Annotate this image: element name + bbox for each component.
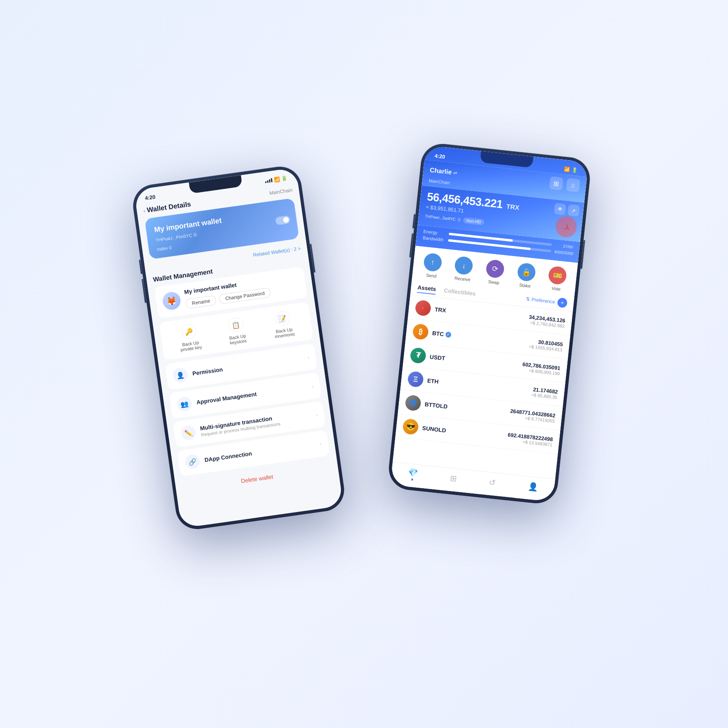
asset-list: 🔺 TRX 34,234,453.126 ≈$ 2,760,842.982 ₿ … — [393, 295, 573, 479]
non-hd-badge: Non-HD — [463, 217, 485, 225]
receive-button[interactable]: ↓ Receive — [453, 256, 474, 282]
nav-profile[interactable]: 👤 — [527, 481, 538, 492]
power-btn[interactable] — [310, 243, 315, 273]
vote-icon: 🎫 — [548, 266, 567, 285]
switch-icon[interactable]: ⇌ — [453, 170, 457, 176]
backup-mnemonic[interactable]: 📝 Back Up mnemonic — [271, 310, 295, 339]
add-asset-button[interactable]: + — [557, 297, 567, 308]
energy-value: 37/60 — [555, 243, 574, 249]
nav-assets-dot — [411, 478, 413, 480]
wallet-avatar: 🦊 — [161, 291, 182, 311]
chevron-right-icon-2: › — [311, 383, 314, 389]
trx-icon: 🔺 — [415, 300, 432, 317]
send-icon: ↑ — [423, 252, 442, 272]
scan-icon[interactable]: ⊞ — [549, 176, 563, 190]
header-title: Wallet Details — [146, 200, 192, 214]
trx-logo: 🔺 — [554, 215, 578, 238]
status-time: 4:20 — [144, 194, 156, 201]
nav-history[interactable]: ↺ — [489, 477, 496, 488]
usdt-icon: ₮ — [410, 347, 427, 364]
volume-down-btn[interactable] — [142, 279, 146, 303]
volume-down-btn-2[interactable] — [409, 233, 413, 258]
keystore-icon: 📋 — [228, 317, 244, 333]
swap-button[interactable]: ⟳ Swap — [485, 259, 505, 286]
send-label: Send — [426, 273, 437, 279]
stake-label: Stake — [519, 282, 531, 288]
sunold-icon: 😎 — [402, 418, 419, 435]
header-action-icons: ⊞ ⌂ — [549, 176, 580, 193]
balance-ticker: TRX — [506, 203, 520, 212]
visibility-icon[interactable]: 👁 — [554, 203, 566, 215]
back-button[interactable]: ‹ Wallet Details — [143, 200, 191, 215]
eth-name: ETH — [427, 377, 532, 395]
preference-label: Preference — [531, 297, 555, 305]
power-btn-2[interactable] — [580, 240, 585, 269]
rename-button[interactable]: Rename — [185, 295, 217, 309]
vote-button[interactable]: 🎫 Vote — [547, 266, 567, 292]
backup-private-key[interactable]: 🔑 Back Up private key — [177, 323, 202, 352]
nav-history-icon: ↺ — [489, 477, 496, 488]
swap-icon: ⟳ — [485, 259, 505, 279]
swap-label: Swap — [488, 279, 499, 285]
change-password-button[interactable]: Change Password — [219, 288, 271, 305]
bttold-icon: 🌀 — [405, 394, 422, 411]
permission-label: Permission — [192, 355, 303, 377]
receive-label: Receive — [454, 275, 471, 282]
btc-name: BTC ✓ — [432, 330, 530, 346]
volume-up-btn[interactable] — [139, 260, 142, 274]
phone-left: 4:20 MainChain 📶 🔋 ‹ — [130, 164, 347, 532]
status-time-2: 4:20 — [434, 152, 445, 160]
dapp-icon: 🔗 — [184, 453, 201, 470]
bttold-name: BTTOLD — [424, 401, 510, 416]
chevron-right-icon-4: › — [320, 440, 322, 447]
bandwidth-label: Bandwidth — [423, 235, 445, 243]
usdt-name: USDT — [430, 353, 523, 370]
copy-addr-icon[interactable]: ⎘ — [458, 217, 461, 222]
user-name-row: Charlie ⇌ — [430, 167, 458, 177]
back-chevron: ‹ — [143, 207, 146, 214]
chevron-right-icon: › — [307, 354, 310, 360]
trx-name: TRX — [434, 306, 529, 322]
dapp-label: DApp Connection — [204, 441, 315, 463]
tab-collectibles[interactable]: Collectibles — [444, 286, 476, 298]
nav-assets[interactable]: 💎 — [407, 467, 418, 481]
vote-label: Vote — [552, 286, 561, 292]
stake-icon: 🔒 — [516, 262, 536, 282]
receive-icon: ↓ — [454, 256, 474, 275]
external-link-icon[interactable]: ↗ — [567, 204, 580, 217]
eth-icon: Ξ — [407, 371, 424, 388]
sort-icon: ⇅ — [525, 296, 530, 302]
nav-collect-icon: ⊞ — [449, 473, 457, 484]
bandwidth-value: 4000/5000 — [554, 249, 573, 256]
nav-collect[interactable]: ⊞ — [449, 473, 457, 484]
header-chain: MainChain — [269, 187, 293, 196]
energy-label: Energy — [423, 229, 446, 236]
volume-up-btn-2[interactable] — [413, 214, 416, 229]
nav-assets-icon: 💎 — [407, 467, 418, 478]
user-name: Charlie — [430, 167, 452, 176]
preference-button[interactable]: ⇅ Preference — [525, 296, 555, 305]
key-icon: 🔑 — [181, 323, 197, 340]
tab-assets[interactable]: Assets — [417, 282, 436, 295]
sunold-name: SUNOLD — [422, 425, 508, 440]
copy-icon[interactable]: ⎘ — [193, 232, 197, 238]
approval-label: Approval Management — [196, 384, 307, 406]
stake-button[interactable]: 🔒 Stake — [516, 262, 536, 289]
send-button[interactable]: ↑ Send — [422, 252, 442, 279]
chevron-right-icon-3: › — [315, 412, 318, 418]
status-icons: 📶 🔋 — [265, 175, 288, 184]
backup-keystore[interactable]: 📋 Back Up keystore — [226, 317, 247, 345]
balance-address: THPwer...5wtfYC — [425, 214, 456, 222]
qr-icon[interactable]: ⌂ — [566, 178, 580, 192]
btc-icon: ₿ — [412, 323, 429, 340]
status-icons-2: 📶 🔋 — [564, 166, 578, 173]
mnemonic-icon: 📝 — [274, 310, 291, 327]
phone-right: 4:20 📶 🔋 Charlie ⇌ ⊞ ⌂ — [387, 142, 592, 505]
btc-verify-icon: ✓ — [445, 332, 451, 338]
permission-icon: 👤 — [172, 367, 189, 383]
multisig-icon: ✏️ — [180, 425, 197, 441]
nav-profile-icon: 👤 — [527, 481, 538, 492]
approval-icon: 👥 — [176, 396, 193, 413]
